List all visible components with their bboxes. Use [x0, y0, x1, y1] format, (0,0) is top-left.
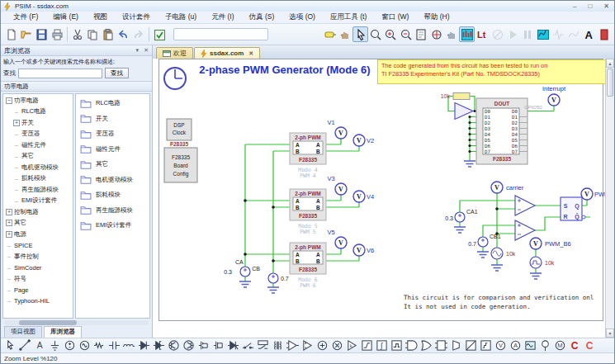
undo-icon[interactable] [116, 26, 130, 42]
element-igbt-icon[interactable] [211, 338, 225, 352]
element-probe-icon[interactable] [537, 338, 552, 352]
element-opamp-icon[interactable] [285, 338, 300, 352]
menu-item-3[interactable]: 视图 [86, 12, 115, 23]
probe-pwm[interactable]: V PWM [581, 188, 605, 200]
panel-close-icon[interactable]: ✕ [144, 47, 149, 54]
dc-source-cb1[interactable]: CB1 0.7 [468, 234, 500, 247]
menu-item-2[interactable]: 编辑 (E) [45, 12, 86, 23]
menu-item-9[interactable]: 应用工具 (t) [323, 12, 374, 23]
tab-welcome[interactable]: 欢迎 [156, 47, 193, 59]
text-tool-icon[interactable]: A [581, 26, 596, 42]
redo-icon[interactable] [130, 26, 145, 42]
folder-item-2[interactable]: 开关 [76, 111, 149, 127]
menu-item-7[interactable]: 仿真 (S) [242, 12, 282, 23]
select-cursor-icon[interactable] [352, 26, 367, 42]
tree-item-9[interactable]: –再生能源模块 [3, 184, 73, 196]
wire-label-icon[interactable] [323, 26, 338, 42]
element-inductor-icon[interactable] [121, 338, 136, 352]
dc-source-ca[interactable]: CA 0.3 [224, 259, 250, 277]
tree-item-18[interactable]: –Page [3, 285, 73, 296]
tree-expander-icon[interactable]: + [6, 209, 12, 215]
element-adc-icon[interactable] [463, 338, 478, 352]
lt-simcoder-icon[interactable]: Lt [475, 26, 490, 42]
sr-flipflop[interactable]: S Q R Q̄ [561, 197, 585, 220]
tree-item-13[interactable]: +电源 [3, 229, 73, 240]
save-file-icon[interactable] [34, 26, 49, 42]
element-limiter-icon[interactable] [359, 338, 374, 352]
search-input[interactable] [18, 69, 102, 78]
element-gate-and-icon[interactable] [404, 338, 419, 352]
element-diode-icon[interactable] [136, 338, 151, 352]
dout-block[interactable]: DOUT D0D0D1D1D2D2D3D3D4D4D5D5D6D6D7D7 F2… [476, 98, 527, 164]
element-label-icon[interactable]: A [32, 338, 47, 352]
tree-expander-icon[interactable]: + [6, 231, 12, 238]
zoom-fit-icon[interactable] [414, 26, 428, 42]
note-box[interactable]: The code generated from this circuit has… [377, 59, 605, 84]
tree-item-6[interactable]: –其它 [3, 151, 73, 163]
element-pnp-icon[interactable] [181, 338, 196, 352]
menu-item-10[interactable]: 窗口 (W) [374, 12, 416, 23]
copy-icon[interactable] [85, 26, 100, 42]
tree-expander-icon[interactable]: − [6, 97, 12, 104]
element-c-block-icon[interactable]: C [567, 338, 582, 352]
element-dc-source-icon[interactable] [62, 338, 77, 352]
element-relay-icon[interactable] [255, 338, 270, 352]
folder-item-7[interactable]: 损耗模块 [76, 187, 149, 203]
board-config-block[interactable]: F28335 Board Config [164, 148, 197, 182]
probe-v5[interactable]: V V5 [327, 229, 347, 248]
tree-item-16[interactable]: –SimCoder [3, 262, 73, 274]
maximize-button[interactable]: □ [588, 2, 592, 11]
dsp-clock-block[interactable]: DSP Clock F28335 [167, 119, 192, 147]
tree-item-14[interactable]: –SPICE [3, 240, 73, 252]
element-wire-icon[interactable] [17, 338, 32, 352]
probe-pwm-b6[interactable]: V PWM_B6 [530, 238, 571, 249]
clipboard-red-icon[interactable] [596, 26, 611, 42]
sidebar-tab-1[interactable]: 项目视图 [4, 326, 42, 338]
tree-item-5[interactable]: –磁性元件 [3, 139, 73, 151]
menu-item-5[interactable]: 子电路 (u) [158, 12, 204, 23]
menu-item-11[interactable]: 帮助 (H) [416, 12, 457, 23]
menu-item-4[interactable]: 设计套件 [115, 12, 158, 23]
folder-item-9[interactable]: EMI设计套件 [76, 218, 149, 234]
tab-ssdax[interactable]: ssdax.com ✕ [194, 47, 260, 59]
wave-meter-icon[interactable] [566, 26, 581, 42]
element-sum-icon[interactable] [315, 338, 329, 352]
element-mux-icon[interactable] [448, 338, 463, 352]
pwm-block-2[interactable]: 2-ph PWM A A B B F28335 Mode 5 PWM 5 [290, 189, 326, 235]
close-button[interactable]: ✕ [603, 2, 609, 11]
folder-item-3[interactable]: 变压器 [76, 126, 149, 142]
element-transformer-icon[interactable] [270, 338, 285, 352]
element-resistor-icon[interactable] [92, 338, 106, 352]
tree-item-11[interactable]: +控制电路 [3, 206, 73, 218]
element-integrator-icon[interactable]: ∫ [374, 338, 389, 352]
probe-v6[interactable]: V V6 [353, 244, 374, 256]
folder-item-5[interactable]: 其它 [76, 157, 149, 173]
tree-item-15[interactable]: –事件控制 [3, 251, 73, 262]
scroll-down-icon[interactable]: ▼ [606, 329, 614, 338]
pause-icon[interactable] [520, 26, 535, 42]
dc-source-ca1[interactable]: CA1 0.3 [445, 209, 477, 222]
stop-simulation-icon[interactable] [490, 26, 504, 42]
wave-display-icon[interactable] [551, 26, 565, 42]
probe-v4[interactable]: V V4 [353, 191, 374, 202]
tree-expander-icon[interactable]: + [13, 120, 20, 126]
zoom-icon[interactable] [368, 26, 383, 42]
element-ground-icon[interactable] [47, 338, 62, 352]
element-nmos-icon[interactable] [196, 338, 211, 352]
sidebar-tab-2[interactable]: 库浏览器 [44, 326, 82, 338]
tree-item-17[interactable]: –符号 [3, 273, 73, 285]
minimize-button[interactable]: – [573, 2, 576, 11]
zoom-in-icon[interactable] [383, 26, 398, 42]
tree-hscrollbar[interactable] [4, 320, 149, 325]
simview-icon[interactable] [459, 26, 474, 42]
element-sample-hold-icon[interactable] [389, 338, 404, 352]
probe-v2[interactable]: V V2 [353, 135, 374, 146]
element-comparator-icon[interactable] [300, 338, 315, 352]
pan-hand-icon[interactable] [338, 26, 352, 42]
folder-item-6[interactable]: 电机驱动模块 [76, 173, 149, 188]
element-capacitor-icon[interactable] [106, 338, 121, 352]
element-zener-icon[interactable] [151, 338, 166, 352]
menu-item-1[interactable]: 文件 (F) [6, 12, 45, 23]
tree-item-3[interactable]: +开关 [3, 117, 73, 129]
element-c-script-icon[interactable]: C [582, 338, 597, 352]
